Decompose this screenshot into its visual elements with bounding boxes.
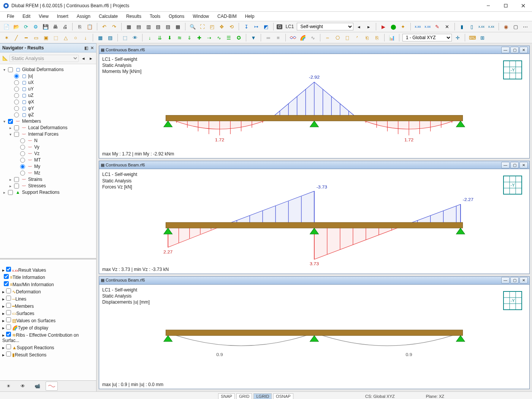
result-label-icon[interactable]: x.xx (414, 22, 422, 31)
diagram-style4-icon[interactable]: ⎖ (353, 33, 361, 42)
tree-checkbox[interactable] (14, 132, 19, 137)
tree-radio[interactable] (20, 171, 25, 176)
cs-icon[interactable]: ✛ (453, 33, 462, 42)
diagram-style6-icon[interactable]: ⎘ (373, 33, 381, 42)
tree-label[interactable]: Local Deformations (28, 125, 67, 131)
load-icon[interactable]: ↓ (81, 33, 90, 42)
more-icon[interactable]: ⋯ (521, 22, 530, 31)
freeform-icon[interactable]: ∿ (215, 33, 223, 42)
tempload-icon[interactable]: ≋ (175, 33, 184, 42)
tree-label[interactable]: Vy (34, 144, 40, 150)
section3-icon[interactable]: x.xx (477, 22, 486, 31)
diag2-icon[interactable]: ≡ (274, 33, 282, 42)
loadcase-select[interactable]: Self-weight (297, 23, 353, 30)
tree-label[interactable]: uY (28, 86, 34, 92)
envelope-icon[interactable]: ☰ (225, 33, 233, 42)
undo-icon[interactable]: ↶ (100, 22, 109, 31)
diagram-style3-icon[interactable]: ⎕ (343, 33, 352, 42)
opt-label[interactable]: Title Information (13, 275, 45, 280)
rotate-icon[interactable]: ⟲ (228, 22, 236, 31)
tree-radio[interactable] (20, 151, 25, 156)
smooth-icon[interactable]: ∿ (309, 33, 317, 42)
stop-icon[interactable]: ⬤ (389, 22, 397, 31)
tree-label[interactable]: Global Deformations (22, 66, 63, 73)
opt-checkbox[interactable] (6, 352, 11, 356)
menu-results[interactable]: Results (122, 13, 145, 20)
analysis-prev-icon[interactable]: ◂ (80, 54, 86, 62)
menu-view[interactable]: View (35, 13, 52, 20)
analysis-next-icon[interactable]: ▸ (88, 54, 94, 62)
twisty-icon[interactable]: ▸ (8, 125, 13, 131)
tree-label[interactable]: Mz (34, 170, 40, 176)
tab-results[interactable] (46, 382, 58, 391)
view-y-icon[interactable]: ↦ (252, 22, 260, 31)
tree-radio[interactable] (14, 93, 19, 98)
tree-label[interactable]: My (34, 163, 40, 170)
filter-icon[interactable]: ▼ (249, 33, 258, 42)
menu-tools[interactable]: Tools (146, 13, 164, 20)
tree-radio[interactable] (20, 138, 25, 143)
pan-icon[interactable]: ✥ (218, 22, 226, 31)
tree-radio[interactable] (14, 74, 19, 79)
view-close-button[interactable]: ✕ (519, 162, 528, 168)
orientation-cube[interactable]: -Y (501, 174, 524, 196)
gradient-icon[interactable]: 🌈 (299, 33, 307, 42)
opt-label[interactable]: Max/Min Information (13, 282, 54, 287)
addon-icon[interactable]: ⊞ (478, 33, 486, 42)
tree-label[interactable]: uX (28, 79, 34, 86)
tree-checkbox[interactable] (8, 190, 13, 195)
support-icon[interactable]: △ (62, 33, 70, 42)
opt-checkbox[interactable] (6, 332, 11, 337)
panel-close-icon[interactable]: ✕ (90, 46, 94, 51)
opt-checkbox[interactable] (6, 344, 11, 349)
twisty-icon[interactable]: ▾ (2, 66, 6, 73)
redo-icon[interactable]: ↷ (110, 22, 118, 31)
tree-label[interactable]: φY (28, 105, 34, 112)
analysis-type-select[interactable]: Static Analysis (10, 55, 79, 62)
tree-radio[interactable] (14, 112, 19, 117)
nodeload-icon[interactable]: ↓ (146, 33, 154, 42)
lgrid-toggle[interactable]: LGRID (253, 393, 272, 399)
tree-label[interactable]: φX (28, 99, 34, 105)
tree-label[interactable]: Stresses (28, 183, 46, 189)
diagram-style1-icon[interactable]: ⎓ (323, 33, 332, 42)
opt-label[interactable]: Result Sections (15, 352, 46, 358)
diag1-icon[interactable]: ═ (264, 33, 272, 42)
menu-insert[interactable]: Insert (53, 13, 72, 20)
mesh2-icon[interactable]: ▨ (106, 33, 114, 42)
render-icon[interactable]: ◉ (502, 22, 510, 31)
view-min-button[interactable]: — (501, 47, 510, 53)
prev-lc-icon[interactable]: ◂ (355, 22, 363, 31)
section2-icon[interactable]: ▯ (467, 22, 476, 31)
twisty-icon[interactable]: ▾ (2, 118, 6, 125)
tree-radio[interactable] (14, 80, 19, 85)
osnap-toggle[interactable]: OSNAP (273, 393, 293, 399)
diagram-style2-icon[interactable]: ⎔ (333, 33, 342, 42)
viewport[interactable]: LC1 - Self-weight Static Analysis Moment… (99, 54, 529, 158)
menu-calculate[interactable]: Calculate (95, 13, 122, 20)
save-icon[interactable]: 💾 (41, 22, 50, 31)
tree-label[interactable]: Vz (34, 150, 40, 157)
tab-video[interactable]: 📹 (31, 382, 43, 391)
display-options-tree[interactable]: ▸x.xxResult Values ≡Title Information ≡M… (0, 260, 96, 380)
new-icon[interactable]: 📄 (2, 22, 11, 31)
tree-radio[interactable] (20, 164, 25, 169)
opt-checkbox[interactable] (6, 317, 11, 322)
opt-label[interactable]: Support Reactions (17, 345, 54, 350)
tab-project[interactable]: ☀ (2, 382, 14, 391)
calc-icon[interactable]: ▶ (379, 22, 388, 31)
tree-label[interactable]: |u| (28, 73, 33, 79)
table5-icon[interactable]: ▨ (164, 22, 172, 31)
next-lc-icon[interactable]: ▸ (365, 22, 373, 31)
opening-icon[interactable]: ⬚ (52, 33, 60, 42)
view-max-button[interactable]: ▢ (510, 47, 519, 53)
table1-icon[interactable]: ▦ (125, 22, 133, 31)
settings-icon[interactable]: ⚙ (32, 22, 40, 31)
opt-checkbox[interactable] (6, 296, 11, 301)
twisty-icon[interactable]: ▸ (8, 183, 13, 189)
view-x-icon[interactable]: ↧ (242, 22, 250, 31)
show-icon[interactable]: 👁 (131, 33, 139, 42)
orientation-cube[interactable]: -Y (501, 289, 524, 312)
tree-radio[interactable] (20, 145, 25, 150)
node-icon[interactable]: ✶ (2, 33, 11, 42)
